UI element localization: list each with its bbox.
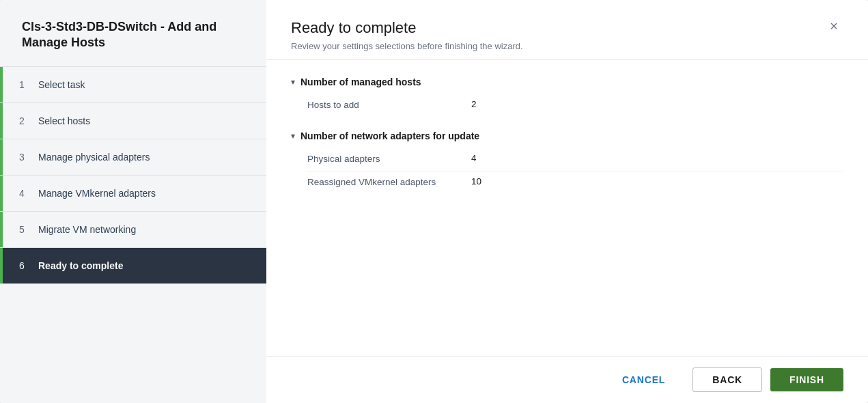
section-title: Number of network adapters for update xyxy=(300,130,479,141)
step-label: Manage physical adapters xyxy=(38,152,150,163)
row-value: 2 xyxy=(471,99,477,109)
step-number: 1 xyxy=(19,79,31,90)
step-label: Select task xyxy=(38,79,85,90)
sidebar: Cls-3-Std3-DB-DSwitch - Add and Manage H… xyxy=(0,0,266,403)
chevron-down-icon: ▾ xyxy=(291,77,295,87)
main-content: ▾Number of managed hostsHosts to add2▾Nu… xyxy=(266,60,868,356)
step-label: Migrate VM networking xyxy=(38,224,136,235)
section-rows: Hosts to add2 xyxy=(291,94,843,117)
section-title: Number of managed hosts xyxy=(300,77,421,87)
chevron-down-icon: ▾ xyxy=(291,131,295,141)
step-indicator xyxy=(0,212,3,247)
section-group-0: ▾Number of managed hostsHosts to add2 xyxy=(291,77,843,117)
section-header-1[interactable]: ▾Number of network adapters for update xyxy=(291,130,843,141)
step-indicator xyxy=(0,176,3,211)
sidebar-title: Cls-3-Std3-DB-DSwitch - Add and Manage H… xyxy=(0,0,266,66)
sidebar-step-2[interactable]: 2Select hosts xyxy=(0,102,266,139)
step-indicator xyxy=(0,248,3,283)
finish-button[interactable]: FINISH xyxy=(770,368,843,391)
wizard-dialog: Cls-3-Std3-DB-DSwitch - Add and Manage H… xyxy=(0,0,868,403)
step-number: 3 xyxy=(19,152,31,163)
back-button[interactable]: BACK xyxy=(692,367,762,392)
step-label: Ready to complete xyxy=(38,260,123,271)
step-indicator xyxy=(0,139,3,175)
main-title-area: Ready to complete Review your settings s… xyxy=(291,19,523,51)
row-label: Physical adapters xyxy=(307,153,458,166)
sidebar-step-3[interactable]: 3Manage physical adapters xyxy=(0,139,266,175)
step-number: 6 xyxy=(19,260,31,271)
step-label: Manage VMkernel adapters xyxy=(38,188,156,199)
sidebar-step-4[interactable]: 4Manage VMkernel adapters xyxy=(0,175,266,211)
step-label: Select hosts xyxy=(38,115,90,126)
row-value: 4 xyxy=(471,153,477,163)
row-label: Reassigned VMkernel adapters xyxy=(307,176,458,189)
sidebar-step-6[interactable]: 6Ready to complete xyxy=(0,247,266,284)
step-number: 2 xyxy=(19,115,31,126)
table-row: Physical adapters4 xyxy=(307,148,843,171)
table-row: Reassigned VMkernel adapters10 xyxy=(307,171,843,194)
main-header: Ready to complete Review your settings s… xyxy=(266,0,868,60)
cancel-button[interactable]: CANCEL xyxy=(603,368,684,391)
step-number: 5 xyxy=(19,224,31,235)
main-subtitle: Review your settings selections before f… xyxy=(291,41,523,51)
section-header-0[interactable]: ▾Number of managed hosts xyxy=(291,77,843,87)
main-footer: CANCEL BACK FINISH xyxy=(266,356,868,403)
section-group-1: ▾Number of network adapters for updatePh… xyxy=(291,130,843,194)
step-number: 4 xyxy=(19,188,31,199)
table-row: Hosts to add2 xyxy=(307,94,843,117)
sidebar-step-1[interactable]: 1Select task xyxy=(0,66,266,102)
main-title: Ready to complete xyxy=(291,19,523,37)
row-value: 10 xyxy=(471,176,481,186)
close-button[interactable]: × xyxy=(824,16,843,36)
sidebar-step-5[interactable]: 5Migrate VM networking xyxy=(0,211,266,247)
section-rows: Physical adapters4Reassigned VMkernel ad… xyxy=(291,148,843,194)
main-panel: Ready to complete Review your settings s… xyxy=(266,0,868,403)
step-indicator xyxy=(0,103,3,139)
step-indicator xyxy=(0,67,3,102)
sidebar-steps: 1Select task2Select hosts3Manage physica… xyxy=(0,66,266,403)
row-label: Hosts to add xyxy=(307,99,458,112)
